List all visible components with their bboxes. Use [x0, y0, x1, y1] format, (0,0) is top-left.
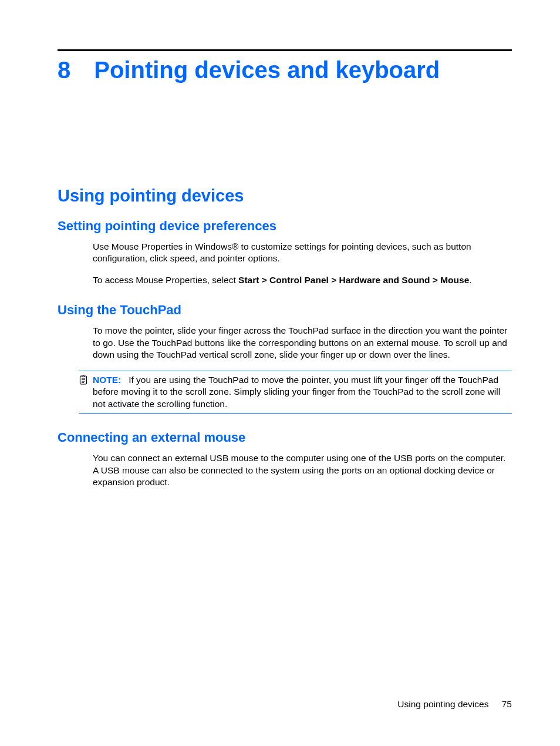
paragraph-text: To move the pointer, slide your finger a…	[93, 325, 512, 361]
subsection-heading-touchpad: Using the TouchPad	[58, 303, 512, 318]
chapter-heading: 8 Pointing devices and keyboard	[58, 57, 512, 83]
text-run: .	[469, 275, 471, 285]
note-icon	[79, 375, 90, 387]
body-paragraph: You can connect an external USB mouse to…	[93, 452, 512, 488]
section-heading: Using pointing devices	[58, 186, 512, 206]
note-callout: NOTE: If you are using the TouchPad to m…	[79, 371, 512, 414]
paragraph-text: To access Mouse Properties, select Start…	[93, 274, 512, 286]
subsection-heading-preferences: Setting pointing device preferences	[58, 219, 512, 234]
chapter-rule	[58, 49, 512, 51]
text-run-bold: Start > Control Panel > Hardware and Sou…	[238, 275, 469, 285]
chapter-number: 8	[58, 57, 70, 83]
footer-page-number: 75	[502, 699, 512, 709]
footer-section-name: Using pointing devices	[397, 699, 488, 709]
note-text: NOTE: If you are using the TouchPad to m…	[93, 374, 512, 410]
page-footer: Using pointing devices 75	[397, 699, 512, 710]
paragraph-text: Use Mouse Properties in Windows® to cust…	[93, 241, 512, 265]
body-paragraph: To move the pointer, slide your finger a…	[93, 325, 512, 361]
body-paragraph: To access Mouse Properties, select Start…	[93, 274, 512, 286]
text-run: To access Mouse Properties, select	[93, 275, 238, 285]
subsection-heading-external-mouse: Connecting an external mouse	[58, 430, 512, 445]
note-label: NOTE:	[93, 375, 121, 385]
paragraph-text: You can connect an external USB mouse to…	[93, 452, 512, 488]
document-page: 8 Pointing devices and keyboard Using po…	[0, 0, 560, 488]
chapter-title: Pointing devices and keyboard	[94, 57, 440, 83]
body-paragraph: Use Mouse Properties in Windows® to cust…	[93, 241, 512, 265]
note-body: If you are using the TouchPad to move th…	[93, 375, 500, 409]
